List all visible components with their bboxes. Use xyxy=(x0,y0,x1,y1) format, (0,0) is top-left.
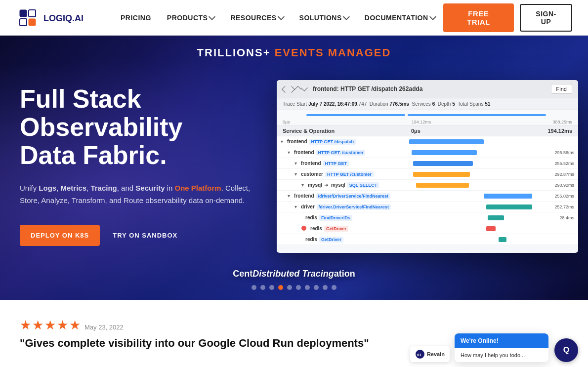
span-bar-area xyxy=(409,149,545,156)
service-name: ▾ customer HTTP GET /customer xyxy=(281,171,409,177)
hero-content: Full Stack Observability Data Fabric. Un… xyxy=(0,36,257,246)
chevron-down-icon xyxy=(429,13,436,20)
dot-navigation xyxy=(0,285,588,290)
star-3: ★ xyxy=(44,318,56,333)
chevron-down-icon xyxy=(343,13,350,20)
hero-title: Full Stack Observability Data Fabric. xyxy=(20,85,257,170)
dot-3[interactable] xyxy=(269,285,274,290)
free-trial-button[interactable]: FREE TRIAL xyxy=(443,3,514,32)
service-name: ▾ frontend /driver/DriverService/FindNea… xyxy=(281,193,409,199)
dot-7[interactable] xyxy=(305,285,310,290)
span-bar-area xyxy=(409,160,545,167)
svg-text:LOGIQ.AI: LOGIQ.AI xyxy=(43,13,84,23)
span-bar-area xyxy=(409,214,545,221)
find-button[interactable]: Find xyxy=(551,84,572,94)
dot-8[interactable] xyxy=(314,285,319,290)
nav-item-products[interactable]: PRODUCTS xyxy=(159,10,223,26)
table-row: redis GetDriver xyxy=(277,223,578,234)
span-bar xyxy=(413,172,470,177)
nav-item-documentation[interactable]: DOCUMENTATION xyxy=(357,10,443,26)
nav-links: PRICING PRODUCTS RESOURCES SOLUTIONS DOC… xyxy=(113,10,443,26)
star-4: ★ xyxy=(57,318,68,333)
timeline-labels: 0μs 194.12ms 388.25ms xyxy=(277,120,578,124)
dot-1[interactable] xyxy=(252,285,256,290)
chevron-down-icon xyxy=(209,13,215,20)
table-row: redis FindDriverIDs 28.4ms xyxy=(277,212,578,223)
span-bar-area xyxy=(409,193,545,200)
timeline: 0μs 194.12ms 388.25ms xyxy=(277,110,578,126)
span-bar-area xyxy=(409,236,545,243)
review-text: "Gives complete visibility into our Goog… xyxy=(20,337,369,350)
logo-text-svg: LOGIQ.AI xyxy=(43,10,93,25)
down-chevron-icon xyxy=(301,84,308,91)
hero-buttons: DEPLOY ON K8S TRY ON SANDBOX xyxy=(20,225,257,246)
span-bar xyxy=(413,161,473,166)
chevron-down-icon xyxy=(278,13,285,20)
service-name: ▾ frontend HTTP GET /dispatch xyxy=(281,139,409,145)
svg-text:01: 01 xyxy=(417,353,421,357)
chat-avatar-button[interactable]: Q xyxy=(554,338,578,362)
service-name: redis GetDriver xyxy=(281,226,409,232)
table-row: ▾ frontend /driver/DriverService/FindNea… xyxy=(277,191,578,202)
nav-item-pricing[interactable]: PRICING xyxy=(113,10,159,26)
span-bar xyxy=(416,183,469,188)
table-row: ▾ frontend HTTP GET: /customer 295.56ms xyxy=(277,147,578,158)
dot-10[interactable] xyxy=(332,285,336,290)
screenshot-nav xyxy=(283,86,307,92)
nav-item-solutions[interactable]: SOLUTIONS xyxy=(292,10,357,26)
table-row: ▾ frontend HTTP GET 255.52ms xyxy=(277,158,578,169)
table-row: redis GetDriver xyxy=(277,234,578,245)
span-bar-area xyxy=(409,182,545,189)
service-name: redis FindDriverIDs xyxy=(281,215,409,221)
dot-4[interactable] xyxy=(278,285,283,290)
sandbox-button[interactable]: TRY ON SANDBOX xyxy=(108,225,182,246)
table-header: Service & Operation 0μs 194.12ms xyxy=(277,126,578,136)
table-row: ▾ mysql ➜ mysql SQL SELECT 290.92ms xyxy=(277,180,578,191)
up-chevron-icon xyxy=(294,86,301,93)
service-name: ▾ driver /driver.DriverService/FindNeare… xyxy=(281,204,409,210)
dot-5[interactable] xyxy=(287,285,292,290)
tracing-screenshot: frontend: HTTP GET /dispatch 262adda Fin… xyxy=(277,80,578,253)
service-name: redis GetDriver xyxy=(281,237,409,243)
logo-icon: LOGIQ.AI xyxy=(16,6,40,30)
dot-9[interactable] xyxy=(323,285,328,290)
table-row: ▾ frontend HTTP GET /dispatch xyxy=(277,136,578,147)
svg-rect-3 xyxy=(29,19,36,26)
dot-6[interactable] xyxy=(296,285,301,290)
hero-subtitle: Unify Logs, Metrics, Tracing, and Securi… xyxy=(20,182,257,207)
dot-2[interactable] xyxy=(260,285,265,290)
span-bar xyxy=(486,226,496,231)
deploy-k8s-button[interactable]: DEPLOY ON K8S xyxy=(20,225,100,246)
span-bar-area xyxy=(409,138,545,145)
screenshot-meta: Trace Start July 7 2022, 16:47:09.747 Du… xyxy=(277,98,578,110)
svg-rect-1 xyxy=(29,10,36,17)
review-content: ★ ★ ★ ★ ★ May 23, 2022 "Gives complete v… xyxy=(20,318,369,350)
span-bar xyxy=(499,237,506,242)
star-1: ★ xyxy=(20,318,31,333)
signup-button[interactable]: SIGN-UP xyxy=(520,4,572,32)
chat-body: How may I help you todo... xyxy=(455,348,548,362)
span-bar-area xyxy=(409,204,545,210)
service-name: ▾ frontend HTTP GET: /customer xyxy=(281,150,409,156)
logo[interactable]: LOGIQ.AI LOGIQ.AI xyxy=(16,6,93,30)
review-top: ★ ★ ★ ★ ★ May 23, 2022 xyxy=(20,318,369,333)
span-bar-area xyxy=(409,171,545,178)
span-bar xyxy=(488,215,504,220)
review-date: May 23, 2022 xyxy=(84,324,124,331)
span-bar xyxy=(409,139,484,144)
screenshot-header: frontend: HTTP GET /dispatch 262adda Fin… xyxy=(277,80,578,98)
svg-rect-0 xyxy=(20,10,27,17)
star-rating: ★ ★ ★ ★ ★ xyxy=(20,318,81,333)
revain-logo-icon: 01 xyxy=(415,349,425,359)
service-name: ▾ mysql ➜ mysql SQL SELECT xyxy=(281,182,409,188)
table-row: ▾ customer HTTP GET /customer 292.87ms xyxy=(277,169,578,180)
star-5: ★ xyxy=(69,318,81,333)
slide-label: CentDistributed Tracingation xyxy=(233,269,355,279)
navbar: LOGIQ.AI LOGIQ.AI PRICING PRODUCTS RESOU… xyxy=(0,0,588,36)
nav-item-resources[interactable]: RESOURCES xyxy=(222,10,291,26)
chat-widget: We're Online! How may I help you todo... xyxy=(455,333,548,362)
chat-header: We're Online! xyxy=(455,333,548,348)
span-bar xyxy=(484,194,533,199)
span-bar xyxy=(486,204,532,209)
screenshot-table-body: ▾ frontend HTTP GET /dispatch ▾ frontend… xyxy=(277,136,578,245)
